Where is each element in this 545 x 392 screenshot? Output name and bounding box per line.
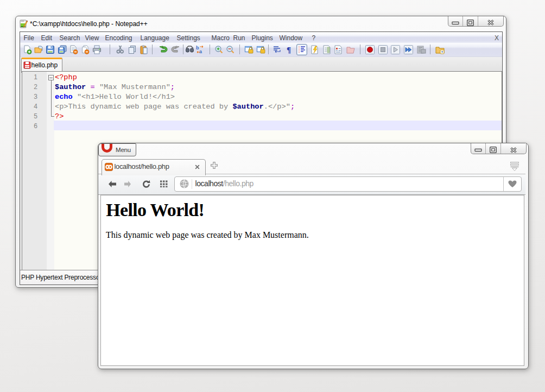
svg-text:a: a	[199, 49, 202, 54]
svg-text:¶: ¶	[287, 46, 291, 54]
